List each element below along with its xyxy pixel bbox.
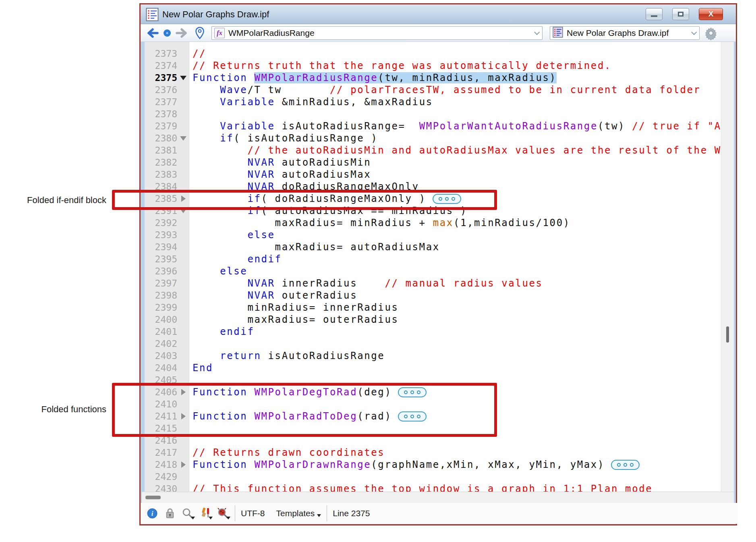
code-line[interactable]: return isAutoRadiusRange bbox=[193, 350, 721, 361]
code-token bbox=[193, 157, 247, 168]
chevron-down-icon bbox=[191, 517, 195, 519]
code-row: 2404End bbox=[142, 362, 721, 374]
code-line[interactable]: Variable &minRadius, &maxRadius bbox=[193, 96, 721, 108]
bookmark-dot-button[interactable] bbox=[163, 24, 171, 42]
code-line[interactable]: // Returns truth that the range was auto… bbox=[193, 60, 721, 71]
line-number: 2392 bbox=[142, 218, 177, 228]
minimize-icon bbox=[651, 15, 657, 17]
line-number: 2375 bbox=[142, 73, 177, 83]
maximize-button[interactable] bbox=[672, 8, 689, 20]
info-button[interactable]: i bbox=[146, 507, 158, 520]
code-token: /T tw bbox=[247, 84, 330, 96]
code-line[interactable]: else bbox=[193, 266, 721, 277]
code-row: 2398 NVAR outerRadius bbox=[142, 289, 721, 301]
code-line[interactable]: maxRadius= autoRadiusMax bbox=[193, 241, 721, 253]
horizontal-scrollbar[interactable] bbox=[142, 492, 734, 503]
tools-button[interactable] bbox=[199, 507, 211, 520]
fold-toggle-icon[interactable] bbox=[177, 461, 189, 468]
templates-dropdown[interactable]: Templates bbox=[276, 509, 321, 518]
search-button[interactable] bbox=[182, 507, 194, 520]
close-button[interactable]: X bbox=[699, 8, 723, 20]
lock-button[interactable] bbox=[164, 507, 176, 520]
fold-toggle-icon[interactable] bbox=[177, 136, 189, 141]
line-number: 2430 bbox=[142, 484, 177, 492]
code-token bbox=[193, 350, 220, 361]
fold-toggle-icon[interactable] bbox=[177, 76, 189, 80]
line-number: 2380 bbox=[142, 133, 177, 143]
location-pin-icon bbox=[195, 27, 205, 39]
code-line[interactable]: endif bbox=[193, 253, 721, 265]
code-token bbox=[193, 120, 220, 132]
line-number: 2374 bbox=[142, 60, 177, 71]
line-number: 2378 bbox=[142, 109, 177, 119]
fold-ellipsis-badge[interactable] bbox=[611, 460, 640, 470]
line-number: 2395 bbox=[142, 254, 177, 264]
code-line[interactable]: End bbox=[193, 362, 721, 374]
code-line[interactable]: if( isAutoRadiusRange ) bbox=[193, 133, 721, 144]
line-number: 2399 bbox=[142, 302, 177, 313]
back-button[interactable] bbox=[145, 24, 159, 42]
code-line[interactable]: Function WMPolarRadiusRange(tw, minRadiu… bbox=[193, 72, 721, 83]
file-selector-dropdown[interactable]: New Polar Graphs Draw.ipf bbox=[550, 26, 700, 40]
code-line[interactable]: maxRadius= outerRadius bbox=[193, 314, 721, 325]
code-line[interactable]: // bbox=[193, 48, 721, 59]
code-row: 2401 endif bbox=[142, 326, 721, 338]
code-row: 2429 bbox=[142, 471, 721, 483]
code-line[interactable]: NVAR autoRadiusMax bbox=[193, 169, 721, 180]
code-line[interactable]: Variable isAutoRadiusRange= WMPolarWantA… bbox=[193, 120, 721, 132]
code-line[interactable]: else bbox=[193, 229, 721, 241]
code-line[interactable]: maxRadius= minRadius + max(1,minRadius/1… bbox=[193, 217, 721, 228]
code-line[interactable]: // Returns drawn coordinates bbox=[193, 447, 721, 458]
code-token bbox=[193, 169, 247, 180]
code-line[interactable]: Wave/T tw // polarTracesTW, assumed to b… bbox=[193, 84, 721, 96]
maximize-icon bbox=[678, 12, 684, 17]
svg-text:i: i bbox=[151, 510, 153, 517]
minimize-button[interactable] bbox=[646, 8, 663, 20]
code-line[interactable]: Function WMPolarDrawnRange(graphName,xMi… bbox=[193, 459, 721, 470]
vertical-scrollbar[interactable] bbox=[721, 42, 734, 492]
function-selector-dropdown[interactable]: fx WMPolarRadiusRange bbox=[211, 26, 543, 40]
close-icon: X bbox=[699, 10, 723, 19]
vertical-scrollbar-thumb[interactable] bbox=[726, 326, 729, 343]
code-line[interactable]: NVAR outerRadius bbox=[193, 290, 721, 301]
annotation-rect-folded-if bbox=[112, 190, 497, 210]
code-line[interactable]: // This function assumes the top window … bbox=[193, 483, 721, 492]
code-token: NVAR bbox=[247, 169, 275, 180]
code-row: 2400 maxRadius= outerRadius bbox=[142, 314, 721, 326]
code-token bbox=[193, 145, 247, 156]
location-pin-button[interactable] bbox=[195, 24, 205, 42]
line-number: 2376 bbox=[142, 85, 177, 95]
line-number: 2381 bbox=[142, 145, 177, 156]
code-row: 2395 endif bbox=[142, 253, 721, 265]
code-token: innerRadius bbox=[275, 278, 385, 289]
horizontal-scrollbar-thumb[interactable] bbox=[145, 496, 161, 499]
code-line[interactable]: // the autoRadiusMin and autoRadiusMax v… bbox=[193, 145, 721, 156]
code-token: (graphName,xMin, xMax, yMin, yMax) bbox=[371, 459, 605, 470]
code-token bbox=[193, 133, 220, 144]
code-token: WMPolarWantAutoRadiusRange bbox=[419, 120, 598, 132]
code-line[interactable]: NVAR autoRadiusMin bbox=[193, 157, 721, 168]
line-number: 2418 bbox=[142, 459, 177, 470]
procedure-icon bbox=[553, 27, 563, 39]
code-token: else bbox=[247, 229, 275, 241]
debug-button[interactable] bbox=[217, 507, 229, 520]
code-row: 2380 if( isAutoRadiusRange ) bbox=[142, 132, 721, 144]
code-row: 2375Function WMPolarRadiusRange(tw, minR… bbox=[142, 72, 721, 84]
line-number: 2377 bbox=[142, 97, 177, 107]
window-title: New Polar Graphs Draw.ipf bbox=[162, 9, 269, 20]
code-row: 2402 bbox=[142, 338, 721, 350]
code-token: // true if "Au bbox=[632, 120, 721, 132]
code-token: WMPolarDrawnRange bbox=[254, 459, 371, 470]
line-number: 2417 bbox=[142, 447, 177, 458]
procedure-editor-window: New Polar Graphs Draw.ipf X bbox=[139, 3, 737, 525]
forward-button[interactable] bbox=[175, 24, 189, 42]
templates-label: Templates bbox=[276, 509, 315, 518]
code-token: (tw) bbox=[598, 120, 632, 132]
code-row: 2399 minRadius= innerRadius bbox=[142, 301, 721, 314]
code-line[interactable]: NVAR innerRadius // manual radius values bbox=[193, 278, 721, 289]
back-arrow-icon bbox=[145, 28, 159, 38]
code-line[interactable]: endif bbox=[193, 326, 721, 337]
code-token: // manual radius values bbox=[385, 278, 543, 289]
code-line[interactable]: minRadius= innerRadius bbox=[193, 302, 721, 313]
settings-button[interactable] bbox=[704, 24, 718, 42]
